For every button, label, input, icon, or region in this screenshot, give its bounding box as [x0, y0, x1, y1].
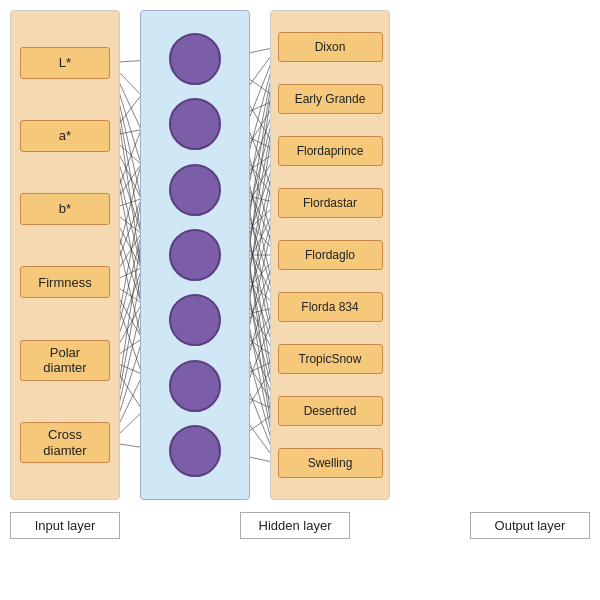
output-node-dixon: Dixon: [278, 32, 383, 62]
hidden-node-2: [169, 98, 221, 150]
hidden-node-7: [169, 425, 221, 477]
output-layer: Dixon Early Grande Flordaprince Flordast…: [270, 10, 390, 500]
input-node-cross: Crossdiamter: [20, 422, 110, 463]
main-container: L* a* b* Firmness Polardiamter Crossdiam…: [0, 0, 600, 600]
input-node-a: a*: [20, 120, 110, 152]
output-node-swelling: Swelling: [278, 448, 383, 478]
input-node-L: L*: [20, 47, 110, 79]
input-node-b: b*: [20, 193, 110, 225]
hidden-layer: [140, 10, 250, 500]
output-node-tropicsnow: TropicSnow: [278, 344, 383, 374]
input-node-firmness: Firmness: [20, 266, 110, 298]
output-node-flordastar: Flordastar: [278, 188, 383, 218]
output-node-florda834: Florda 834: [278, 292, 383, 322]
labels-row: Input layer Hidden layer Output layer: [10, 512, 590, 539]
input-layer: L* a* b* Firmness Polardiamter Crossdiam…: [10, 10, 120, 500]
hidden-layer-label: Hidden layer: [240, 512, 350, 539]
network-area: L* a* b* Firmness Polardiamter Crossdiam…: [10, 10, 590, 500]
hidden-node-4: [169, 229, 221, 281]
hidden-node-6: [169, 360, 221, 412]
hidden-node-1: [169, 33, 221, 85]
hidden-node-5: [169, 294, 221, 346]
output-node-flordaglo: Flordaglo: [278, 240, 383, 270]
output-node-flordaprince: Flordaprince: [278, 136, 383, 166]
output-node-early-grande: Early Grande: [278, 84, 383, 114]
input-node-polar: Polardiamter: [20, 340, 110, 381]
output-node-desertred: Desertred: [278, 396, 383, 426]
output-layer-label: Output layer: [470, 512, 590, 539]
hidden-node-3: [169, 164, 221, 216]
input-layer-label: Input layer: [10, 512, 120, 539]
